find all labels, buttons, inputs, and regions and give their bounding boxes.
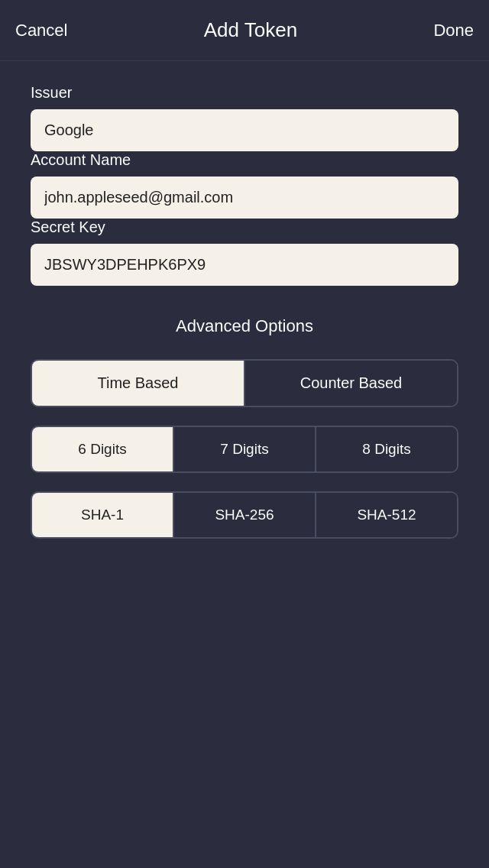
issuer-input[interactable]	[31, 109, 458, 151]
digits-8-button[interactable]: 8 Digits	[315, 427, 457, 471]
algorithm-sha1-button[interactable]: SHA-1	[32, 493, 173, 537]
account-name-field-group: Account Name	[31, 151, 458, 219]
digits-segment-group: 6 Digits 7 Digits 8 Digits	[31, 426, 458, 473]
secret-key-field-group: Secret Key	[31, 219, 458, 286]
issuer-field-group: Issuer	[31, 84, 458, 151]
token-type-time-based-button[interactable]: Time Based	[32, 361, 244, 406]
secret-key-label: Secret Key	[31, 219, 458, 236]
done-button[interactable]: Done	[433, 13, 474, 48]
navigation-bar: Cancel Add Token Done	[0, 0, 489, 61]
algorithm-sha512-button[interactable]: SHA-512	[315, 493, 457, 537]
main-content: Issuer Account Name Secret Key Advanced …	[0, 61, 489, 580]
token-type-segment-group: Time Based Counter Based	[31, 359, 458, 407]
cancel-button[interactable]: Cancel	[15, 13, 67, 48]
account-name-input[interactable]	[31, 177, 458, 219]
advanced-options-label: Advanced Options	[31, 316, 458, 336]
algorithm-sha256-button[interactable]: SHA-256	[173, 493, 315, 537]
token-type-counter-based-button[interactable]: Counter Based	[244, 361, 457, 406]
issuer-label: Issuer	[31, 84, 458, 102]
algorithm-segment-group: SHA-1 SHA-256 SHA-512	[31, 491, 458, 539]
secret-key-input[interactable]	[31, 244, 458, 286]
page-title: Add Token	[204, 18, 297, 42]
account-name-label: Account Name	[31, 151, 458, 169]
digits-6-button[interactable]: 6 Digits	[32, 427, 173, 471]
digits-7-button[interactable]: 7 Digits	[173, 427, 315, 471]
